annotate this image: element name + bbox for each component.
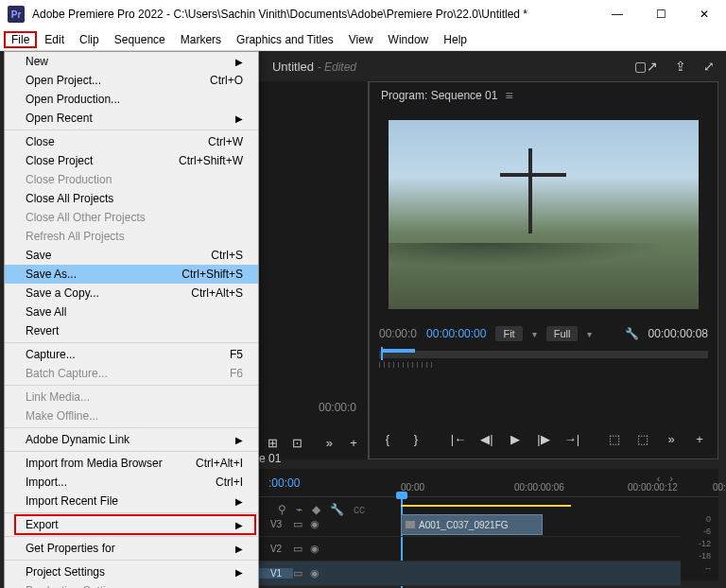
menu-item-adobe-dynamic-link[interactable]: Adobe Dynamic Link▶ — [5, 430, 258, 449]
video-clip[interactable]: A001_C037_0921FG — [401, 514, 543, 535]
file-menu-dropdown: New▶Open Project...Ctrl+OOpen Production… — [4, 51, 259, 588]
play-icon[interactable]: ▶ — [505, 432, 526, 446]
minimize-button[interactable]: — — [596, 0, 639, 28]
go-in-icon[interactable]: |← — [448, 432, 469, 446]
submenu-arrow-icon: ▶ — [235, 113, 243, 124]
menu-shortcut: Ctrl+S — [211, 249, 243, 262]
menu-item-save-a-copy[interactable]: Save a Copy...Ctrl+Alt+S — [5, 284, 258, 303]
track-toggles: ▭ ◉ — [293, 543, 378, 555]
submenu-arrow-icon: ▶ — [235, 57, 243, 67]
overwrite-icon[interactable]: ⊡ — [289, 436, 306, 450]
toggle-output-icon[interactable]: ▭ — [293, 543, 302, 555]
more-icon[interactable]: » — [321, 436, 338, 450]
quick-export-icon[interactable]: ▢↗ — [634, 59, 658, 74]
menu-item-close-all-projects[interactable]: Close All Projects — [5, 189, 258, 208]
mark-out-icon[interactable]: } — [406, 432, 426, 446]
add-icon[interactable]: + — [345, 436, 362, 450]
zoom-fit[interactable]: Fit — [495, 326, 522, 341]
share-icon[interactable]: ⇪ — [675, 59, 686, 74]
chevron-down-icon[interactable]: ▾ — [532, 329, 537, 339]
menu-file[interactable]: File — [4, 31, 37, 48]
tc-current[interactable]: 00:00:00:00 — [426, 327, 486, 340]
menu-help[interactable]: Help — [436, 31, 475, 48]
menu-shortcut: Ctrl+Shift+S — [182, 268, 243, 281]
menu-item-import-from-media-browser[interactable]: Import from Media BrowserCtrl+Alt+I — [5, 454, 258, 473]
insert-icon[interactable]: ⊞ — [265, 436, 282, 450]
track-v2[interactable]: V2 ▭ ◉ — [259, 537, 681, 562]
menu-window[interactable]: Window — [381, 31, 437, 48]
track-label[interactable]: V1 — [259, 568, 293, 579]
menubar: File Edit Clip Sequence Markers Graphics… — [0, 28, 726, 51]
menu-item-close-project[interactable]: Close ProjectCtrl+Shift+W — [5, 151, 258, 170]
resolution-full[interactable]: Full — [546, 326, 579, 341]
menu-separator — [5, 451, 258, 452]
menu-edit[interactable]: Edit — [37, 31, 72, 48]
menu-item-label: Save All — [26, 305, 66, 319]
clip-thumb-icon — [406, 521, 415, 528]
menu-item-open-recent[interactable]: Open Recent▶ — [5, 109, 258, 128]
preview-content — [389, 243, 699, 271]
extract-icon[interactable]: ⬚ — [632, 432, 653, 446]
toggle-output-icon[interactable]: ▭ — [293, 567, 302, 579]
eye-icon[interactable]: ◉ — [310, 518, 320, 530]
step-fwd-icon[interactable]: |▶ — [533, 432, 554, 446]
video-preview[interactable] — [389, 120, 699, 309]
close-button[interactable]: ✕ — [683, 0, 726, 28]
menu-graphics[interactable]: Graphics and Titles — [229, 31, 341, 48]
menu-item-open-project[interactable]: Open Project...Ctrl+O — [5, 71, 258, 90]
eye-icon[interactable]: ◉ — [310, 567, 320, 579]
menu-item-label: Close All Projects — [26, 192, 113, 205]
menu-item-new[interactable]: New▶ — [5, 52, 258, 71]
menu-separator — [5, 427, 258, 428]
maximize-button[interactable]: ☐ — [639, 0, 683, 28]
lift-icon[interactable]: ⬚ — [604, 432, 625, 446]
menu-item-revert[interactable]: Revert — [5, 321, 258, 340]
timeline-ruler[interactable]: 00:00 00:00:00:06 00:00:00:12 00:00: — [401, 482, 681, 497]
menu-item-save-as[interactable]: Save As...Ctrl+Shift+S — [5, 265, 258, 284]
menu-item-label: Refresh All Projects — [26, 230, 125, 243]
step-back-icon[interactable]: ◀| — [476, 432, 497, 446]
settings-wrench-icon[interactable]: 🔧 — [625, 327, 639, 340]
menu-item-export[interactable]: Export▶ — [5, 515, 258, 534]
scrubber[interactable] — [379, 351, 708, 358]
menu-shortcut: F6 — [230, 367, 243, 380]
toggle-output-icon[interactable]: ▭ — [293, 518, 302, 530]
menu-item-open-production[interactable]: Open Production... — [5, 90, 258, 109]
menu-clip[interactable]: Clip — [72, 31, 107, 48]
source-transport: ⊞ ⊡ » + — [265, 436, 362, 450]
chevron-down-icon[interactable]: ▾ — [587, 329, 592, 339]
menu-view[interactable]: View — [341, 31, 381, 48]
menu-item-close-all-other-projects: Close All Other Projects — [5, 208, 258, 227]
eye-icon[interactable]: ◉ — [310, 543, 320, 555]
menu-item-import[interactable]: Import...Ctrl+I — [5, 473, 258, 492]
menu-item-import-recent-file[interactable]: Import Recent File▶ — [5, 492, 258, 510]
add-button-icon[interactable]: + — [689, 432, 710, 446]
next-icon[interactable]: › — [669, 473, 673, 484]
program-header: Program: Sequence 01 ≡ — [370, 82, 717, 109]
source-panel: 00:00:0 ⊞ ⊡ » + — [259, 81, 369, 459]
panel-menu-icon[interactable]: ≡ — [505, 88, 512, 103]
work-area-bar[interactable] — [401, 505, 571, 507]
timeline-tab[interactable]: e 01 — [259, 452, 281, 465]
menu-item-close[interactable]: CloseCtrl+W — [5, 132, 258, 151]
menu-item-make-offline: Make Offline... — [5, 406, 258, 425]
menu-markers[interactable]: Markers — [173, 31, 229, 48]
menu-item-capture[interactable]: Capture...F5 — [5, 345, 258, 364]
menu-sequence[interactable]: Sequence — [107, 31, 173, 48]
menu-item-save-all[interactable]: Save All — [5, 303, 258, 321]
menu-item-label: Export — [26, 518, 59, 531]
menu-shortcut: Ctrl+Alt+S — [191, 286, 243, 300]
track-label[interactable]: V3 — [259, 519, 293, 529]
menu-item-get-properties-for[interactable]: Get Properties for▶ — [5, 539, 258, 558]
fullscreen-icon[interactable]: ⤢ — [703, 59, 715, 74]
menu-item-save[interactable]: SaveCtrl+S — [5, 246, 258, 265]
go-out-icon[interactable]: →| — [562, 432, 582, 446]
track-label[interactable]: V2 — [259, 544, 293, 554]
menu-item-project-settings[interactable]: Project Settings▶ — [5, 562, 258, 581]
prev-icon[interactable]: ‹ — [657, 473, 661, 484]
mark-in-icon[interactable]: { — [377, 432, 398, 446]
track-v1[interactable]: V1 ▭ ◉ A001_C037_0921FG — [259, 562, 681, 586]
export-frame-icon[interactable]: » — [661, 432, 682, 446]
timeline-timecode[interactable]: :00:00 — [268, 476, 300, 490]
menu-shortcut: F5 — [230, 348, 243, 361]
